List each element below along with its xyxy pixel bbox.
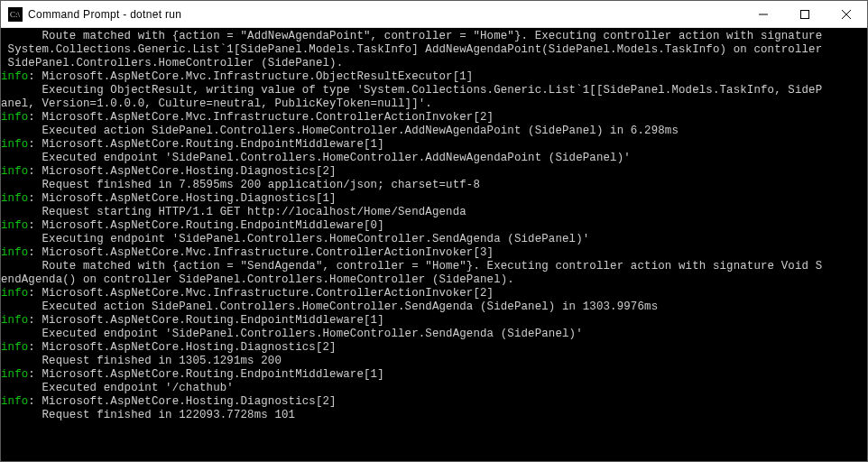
log-line: info: Microsoft.AspNetCore.Hosting.Diagn… — [1, 341, 867, 355]
log-text: anel, Version=1.0.0.0, Culture=neutral, … — [1, 97, 432, 110]
log-line: Route matched with {action = "AddNewAgen… — [1, 30, 867, 43]
log-text: Executed endpoint 'SidePanel.Controllers… — [1, 152, 631, 164]
log-line: info: Microsoft.AspNetCore.Routing.Endpo… — [1, 219, 867, 233]
log-text: Executing endpoint 'SidePanel.Controller… — [1, 233, 589, 245]
log-line: Executed endpoint 'SidePanel.Controllers… — [1, 152, 867, 165]
log-level-info: info — [1, 341, 28, 354]
log-line: info: Microsoft.AspNetCore.Hosting.Diagn… — [1, 165, 867, 179]
titlebar[interactable]: C:\ Command Prompt - dotnet run — [1, 1, 867, 28]
log-text: System.Collections.Generic.List`1[SidePa… — [1, 43, 822, 56]
log-text: Request starting HTTP/1.1 GET http://loc… — [1, 206, 466, 218]
log-text: Executed action SidePanel.Controllers.Ho… — [1, 300, 658, 313]
log-line: Executed action SidePanel.Controllers.Ho… — [1, 125, 867, 138]
log-line: info: Microsoft.AspNetCore.Routing.Endpo… — [1, 138, 867, 152]
log-level-info: info — [1, 192, 28, 205]
maximize-icon — [800, 10, 809, 19]
log-line: info: Microsoft.AspNetCore.Hosting.Diagn… — [1, 192, 867, 206]
log-level-info: info — [1, 138, 28, 151]
log-line: info: Microsoft.AspNetCore.Routing.Endpo… — [1, 368, 867, 382]
log-text: : Microsoft.AspNetCore.Hosting.Diagnosti… — [28, 192, 336, 205]
log-level-info: info — [1, 314, 28, 327]
log-line: Executing ObjectResult, writing value of… — [1, 84, 867, 97]
log-text: endAgenda() on controller SidePanel.Cont… — [1, 273, 514, 286]
log-text: Request finished in 122093.7728ms 101 — [1, 409, 295, 421]
log-line: anel, Version=1.0.0.0, Culture=neutral, … — [1, 97, 867, 111]
log-text: : Microsoft.AspNetCore.Mvc.Infrastructur… — [28, 70, 473, 83]
log-text: Route matched with {action = "AddNewAgen… — [1, 30, 822, 42]
cmd-icon: C:\ — [8, 7, 23, 22]
log-text: Request finished in 1305.1291ms 200 — [1, 355, 282, 367]
log-level-info: info — [1, 111, 28, 124]
log-text: : Microsoft.AspNetCore.Hosting.Diagnosti… — [28, 341, 336, 354]
log-line: Executing endpoint 'SidePanel.Controller… — [1, 233, 867, 246]
log-text: : Microsoft.AspNetCore.Hosting.Diagnosti… — [28, 165, 336, 178]
close-button[interactable] — [826, 1, 867, 28]
log-line: Route matched with {action = "SendAgenda… — [1, 260, 867, 273]
minimize-icon — [759, 10, 768, 19]
log-level-info: info — [1, 287, 28, 300]
log-line: info: Microsoft.AspNetCore.Hosting.Diagn… — [1, 395, 867, 409]
log-text: Executing ObjectResult, writing value of… — [1, 84, 822, 97]
svg-text:C:\: C:\ — [10, 10, 21, 19]
log-text: : Microsoft.AspNetCore.Hosting.Diagnosti… — [28, 395, 336, 408]
log-line: Executed endpoint 'SidePanel.Controllers… — [1, 328, 867, 341]
log-level-info: info — [1, 246, 28, 259]
log-text: : Microsoft.AspNetCore.Mvc.Infrastructur… — [28, 111, 494, 124]
log-level-info: info — [1, 368, 28, 381]
log-text: Executed endpoint '/chathub' — [1, 382, 234, 394]
log-text: : Microsoft.AspNetCore.Routing.EndpointM… — [28, 138, 383, 151]
log-level-info: info — [1, 165, 28, 178]
log-text: SidePanel.Controllers.HomeController (Si… — [1, 57, 343, 69]
svg-rect-3 — [801, 10, 809, 18]
log-text: Executed action SidePanel.Controllers.Ho… — [1, 125, 679, 137]
log-text: : Microsoft.AspNetCore.Routing.EndpointM… — [28, 368, 383, 381]
log-text: Request finished in 7.8595ms 200 applica… — [1, 179, 480, 191]
log-text: : Microsoft.AspNetCore.Routing.EndpointM… — [28, 219, 383, 232]
cmd-window: C:\ Command Prompt - dotnet run Route ma… — [0, 0, 868, 462]
log-line: Request finished in 7.8595ms 200 applica… — [1, 179, 867, 192]
log-level-info: info — [1, 395, 28, 408]
log-text: : Microsoft.AspNetCore.Mvc.Infrastructur… — [28, 287, 494, 300]
close-icon — [842, 10, 851, 19]
log-line: Request finished in 1305.1291ms 200 — [1, 355, 867, 368]
log-line: info: Microsoft.AspNetCore.Mvc.Infrastru… — [1, 246, 867, 260]
log-line: SidePanel.Controllers.HomeController (Si… — [1, 57, 867, 70]
log-line: Executed endpoint '/chathub' — [1, 382, 867, 395]
log-text: : Microsoft.AspNetCore.Routing.EndpointM… — [28, 314, 383, 327]
log-line: info: Microsoft.AspNetCore.Mvc.Infrastru… — [1, 111, 867, 125]
minimize-button[interactable] — [743, 1, 784, 28]
log-line: info: Microsoft.AspNetCore.Mvc.Infrastru… — [1, 70, 867, 84]
log-line: Request finished in 122093.7728ms 101 — [1, 409, 867, 422]
window-title: Command Prompt - dotnet run — [28, 8, 181, 21]
log-line: endAgenda() on controller SidePanel.Cont… — [1, 273, 867, 287]
maximize-button[interactable] — [784, 1, 826, 28]
log-level-info: info — [1, 219, 28, 232]
log-text: : Microsoft.AspNetCore.Mvc.Infrastructur… — [28, 246, 494, 259]
log-line: Request starting HTTP/1.1 GET http://loc… — [1, 206, 867, 219]
log-text: Executed endpoint 'SidePanel.Controllers… — [1, 328, 583, 340]
log-line: Executed action SidePanel.Controllers.Ho… — [1, 300, 867, 314]
log-level-info: info — [1, 70, 28, 83]
log-line: info: Microsoft.AspNetCore.Routing.Endpo… — [1, 314, 867, 328]
terminal-output[interactable]: Route matched with {action = "AddNewAgen… — [1, 28, 867, 461]
log-text: Route matched with {action = "SendAgenda… — [1, 260, 822, 273]
log-line: System.Collections.Generic.List`1[SidePa… — [1, 43, 867, 57]
log-line: info: Microsoft.AspNetCore.Mvc.Infrastru… — [1, 287, 867, 300]
